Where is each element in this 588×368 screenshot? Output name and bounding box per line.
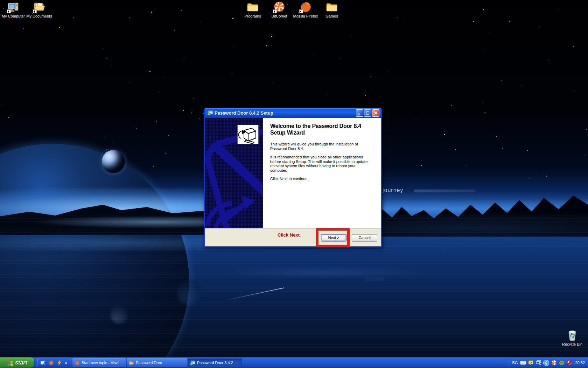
desktop-icon-programs[interactable]: Programs — [239, 1, 266, 18]
system-tray: BG ? — [507, 357, 588, 368]
wallpaper-planet-reflection — [177, 280, 201, 305]
folder-icon — [326, 1, 338, 13]
wizard-paragraph: Click Next to continue. — [270, 177, 373, 181]
bitcomet-icon — [273, 1, 286, 13]
cancel-button[interactable]: Cancel — [352, 234, 377, 241]
window-title: Password Door 8.4.2 Setup — [215, 110, 355, 116]
wizard-button-bar: Click Next. Next > Cancel — [205, 228, 381, 246]
my-documents-icon — [33, 1, 46, 13]
antivirus-tray-icon[interactable] — [559, 360, 565, 366]
bitcomet-tray-icon[interactable] — [551, 360, 557, 366]
desktop-icon-label: BitComet — [266, 14, 293, 18]
desktop-icon-bitcomet[interactable]: BitComet — [266, 1, 293, 18]
installer-icon — [190, 360, 195, 366]
desktop-icon-label: My Computer — [0, 14, 27, 18]
taskbar: start » — [0, 357, 588, 368]
windows-flag-icon — [7, 359, 14, 367]
desktop-icon-label: Games — [318, 14, 345, 18]
wizard-content: Welcome to the Password Door 8.4 Setup W… — [263, 118, 381, 228]
taskbar-button-label: Password.Door — [136, 361, 162, 365]
shortcut-arrow-icon — [7, 9, 11, 13]
desktop-icon-my-computer[interactable]: My Computer — [0, 1, 27, 18]
taskbar-separator — [70, 359, 71, 366]
installer-window: Password Door 8.4.2 Setup — [204, 108, 382, 247]
keyboard-layout-icon[interactable] — [520, 360, 526, 366]
display-settings-icon[interactable] — [536, 360, 541, 366]
wizard-welcome-page: Welcome to the Password Door 8.4 Setup W… — [205, 118, 381, 228]
taskbar-button-password-door-folder[interactable]: Password.Door — [127, 359, 187, 367]
shortcut-arrow-icon — [299, 9, 303, 13]
desktop-icon-label: Recycle Bin — [559, 342, 586, 346]
wizard-sidebar-art — [205, 118, 263, 228]
minimize-button[interactable] — [356, 109, 363, 117]
desktop-icon-label: Programs — [239, 14, 266, 18]
quick-launch-overflow-chevron[interactable]: » — [64, 361, 68, 365]
help-notification-icon[interactable]: ? — [528, 360, 534, 366]
start-button-label: start — [15, 360, 27, 366]
taskbar-separator — [37, 359, 38, 366]
recycle-bin-icon — [566, 329, 579, 341]
desktop-icon-games[interactable]: Games — [318, 1, 345, 18]
shortcut-arrow-icon — [33, 9, 37, 13]
show-desktop-icon[interactable] — [40, 360, 46, 366]
firefox-icon — [75, 360, 80, 366]
desktop-icon-my-documents[interactable]: My Documents — [26, 1, 52, 18]
taskbar-button-forum-topic[interactable]: Start new topic - Mozi... — [72, 359, 126, 367]
quick-launch-bar: » — [35, 357, 71, 368]
taskbar-button-label: Password Door 8.4.2 ... — [197, 361, 237, 365]
wizard-paragraph: It is recommended that you close all oth… — [270, 155, 373, 172]
desktop-icon-mozilla-firefox[interactable]: Mozilla Firefox — [292, 1, 319, 18]
wallpaper-title-reflection: journey — [366, 277, 384, 283]
wallpaper-moon — [102, 150, 125, 173]
wizard-heading: Welcome to the Password Door 8.4 Setup W… — [270, 123, 375, 136]
wallpaper-moon-reflection — [110, 306, 128, 324]
taskbar-separator — [509, 359, 510, 366]
blocked-app-tray-icon[interactable] — [566, 360, 572, 366]
firefox-quicklaunch-icon[interactable] — [48, 360, 54, 366]
close-button[interactable] — [372, 109, 379, 117]
taskbar-button-password-door-setup[interactable]: Password Door 8.4.2 ... — [188, 359, 242, 367]
my-computer-icon — [7, 1, 20, 13]
winamp-icon[interactable] — [56, 360, 62, 366]
desktop-icon-label: Mozilla Firefox — [292, 14, 319, 18]
shortcut-arrow-icon — [273, 9, 277, 13]
wizard-paragraph: This wizard will guide you through the i… — [270, 142, 373, 151]
desktop-icon-label: My Documents — [26, 14, 52, 18]
start-button[interactable]: start — [0, 357, 34, 368]
hide-icons-chevron[interactable] — [543, 360, 549, 366]
wallpaper-tagline — [414, 190, 475, 192]
taskbar-button-label: Start new topic - Mozi... — [82, 361, 122, 365]
language-indicator[interactable]: BG — [512, 361, 519, 365]
taskbar-clock[interactable]: 20:52 — [575, 361, 585, 365]
annotation-red-rectangle — [316, 228, 350, 247]
annotation-click-next: Click Next. — [278, 232, 301, 238]
wallpaper-title: journey — [383, 187, 403, 193]
svg-text:?: ? — [530, 361, 532, 364]
desktop: journey journey My Computer — [0, 0, 588, 368]
folder-icon — [246, 1, 259, 13]
folder-open-icon — [129, 360, 134, 366]
firefox-icon — [299, 1, 312, 13]
window-titlebar[interactable]: Password Door 8.4.2 Setup — [205, 108, 381, 118]
maximize-button[interactable] — [364, 109, 371, 117]
desktop-icon-recycle-bin[interactable]: Recycle Bin — [559, 329, 586, 346]
installer-window-icon — [207, 110, 213, 116]
